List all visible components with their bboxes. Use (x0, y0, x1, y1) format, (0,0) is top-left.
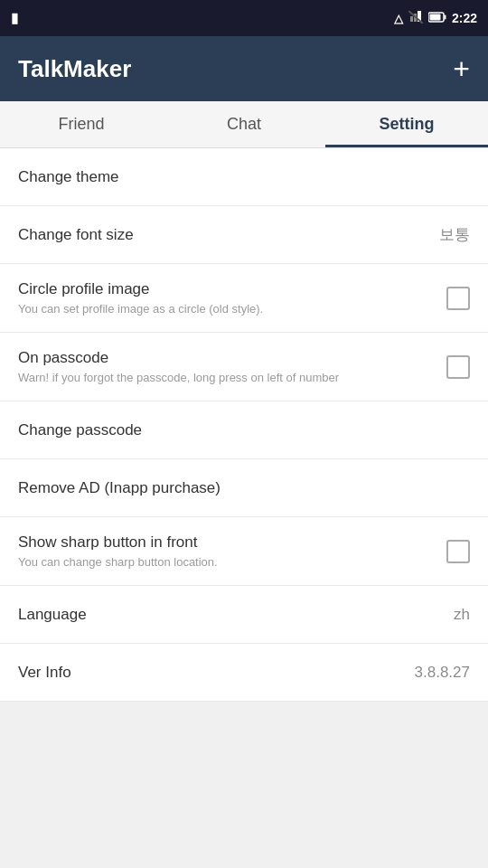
app-header: TalkMaker + (0, 36, 488, 101)
setting-title-show-sharp-button: Show sharp button in front (18, 533, 436, 552)
add-button[interactable]: + (453, 54, 470, 83)
setting-right-show-sharp-button (446, 540, 470, 563)
svg-rect-2 (410, 16, 413, 22)
setting-subtitle-circle-profile-image: You can set profile image as a circle (o… (18, 302, 436, 316)
status-left: ▮ (11, 10, 18, 26)
tab-setting[interactable]: Setting (325, 101, 488, 147)
setting-checkbox-show-sharp-button[interactable] (446, 540, 470, 563)
setting-item-left-remove-ad: Remove AD (Inapp purchase) (18, 479, 459, 497)
setting-item-left-circle-profile-image: Circle profile imageYou can set profile … (18, 280, 436, 316)
setting-item-left-ver-info: Ver Info (18, 664, 404, 682)
setting-item-ver-info[interactable]: Ver Info3.8.8.27 (0, 644, 488, 702)
setting-subtitle-show-sharp-button: You can change sharp button location. (18, 555, 436, 569)
setting-item-change-theme[interactable]: Change theme (0, 148, 488, 206)
settings-list: Change themeChange font size보통Circle pro… (0, 148, 488, 702)
setting-checkbox-circle-profile-image[interactable] (446, 287, 470, 310)
setting-title-change-theme: Change theme (18, 168, 459, 186)
setting-title-ver-info: Ver Info (18, 664, 404, 682)
tab-chat-label: Chat (227, 115, 261, 134)
setting-item-left-language: Language (18, 606, 443, 624)
setting-subtitle-on-passcode: Warn! if you forgot the passcode, long p… (18, 371, 436, 384)
setting-item-left-show-sharp-button: Show sharp button in frontYou can change… (18, 533, 436, 569)
setting-right-language: zh (454, 606, 470, 624)
setting-item-change-passcode[interactable]: Change passcode (0, 401, 488, 459)
setting-item-change-font-size[interactable]: Change font size보통 (0, 206, 488, 264)
svg-rect-5 (444, 15, 446, 20)
setting-item-remove-ad[interactable]: Remove AD (Inapp purchase) (0, 459, 488, 517)
status-right: △ 2:22 (394, 11, 477, 26)
tab-friend[interactable]: Friend (0, 101, 163, 147)
setting-title-change-font-size: Change font size (18, 226, 428, 244)
setting-item-circle-profile-image[interactable]: Circle profile imageYou can set profile … (0, 264, 488, 333)
battery-icon (428, 11, 446, 25)
time-display: 2:22 (452, 11, 477, 25)
setting-right-circle-profile-image (446, 287, 470, 310)
tab-bar: Friend Chat Setting (0, 101, 488, 148)
tab-chat[interactable]: Chat (163, 101, 325, 147)
status-bar: ▮ △ 2:22 (0, 0, 488, 36)
setting-title-remove-ad: Remove AD (Inapp purchase) (18, 479, 459, 497)
setting-value-language: zh (454, 606, 470, 624)
setting-value-ver-info: 3.8.8.27 (415, 664, 470, 682)
setting-value-change-font-size: 보통 (439, 224, 470, 245)
setting-right-change-font-size: 보통 (439, 224, 470, 245)
sim-icon: ▮ (11, 10, 18, 26)
tab-friend-label: Friend (58, 115, 104, 134)
setting-item-left-on-passcode: On passcodeWarn! if you forgot the passc… (18, 349, 436, 384)
setting-title-change-passcode: Change passcode (18, 421, 459, 439)
setting-item-left-change-passcode: Change passcode (18, 421, 459, 439)
setting-title-on-passcode: On passcode (18, 349, 436, 367)
setting-item-language[interactable]: Languagezh (0, 586, 488, 644)
app-title: TalkMaker (18, 55, 131, 83)
tab-setting-label: Setting (380, 115, 435, 134)
setting-item-show-sharp-button[interactable]: Show sharp button in frontYou can change… (0, 517, 488, 586)
svg-rect-6 (429, 14, 440, 21)
setting-checkbox-on-passcode[interactable] (446, 355, 470, 379)
signal-off-icon (408, 11, 423, 26)
wifi-icon: △ (394, 12, 403, 25)
setting-right-ver-info: 3.8.8.27 (415, 664, 470, 682)
setting-right-on-passcode (446, 355, 470, 379)
setting-item-left-change-theme: Change theme (18, 168, 459, 186)
setting-item-on-passcode[interactable]: On passcodeWarn! if you forgot the passc… (0, 333, 488, 401)
setting-title-circle-profile-image: Circle profile image (18, 280, 436, 298)
setting-title-language: Language (18, 606, 443, 624)
setting-item-left-change-font-size: Change font size (18, 226, 428, 244)
